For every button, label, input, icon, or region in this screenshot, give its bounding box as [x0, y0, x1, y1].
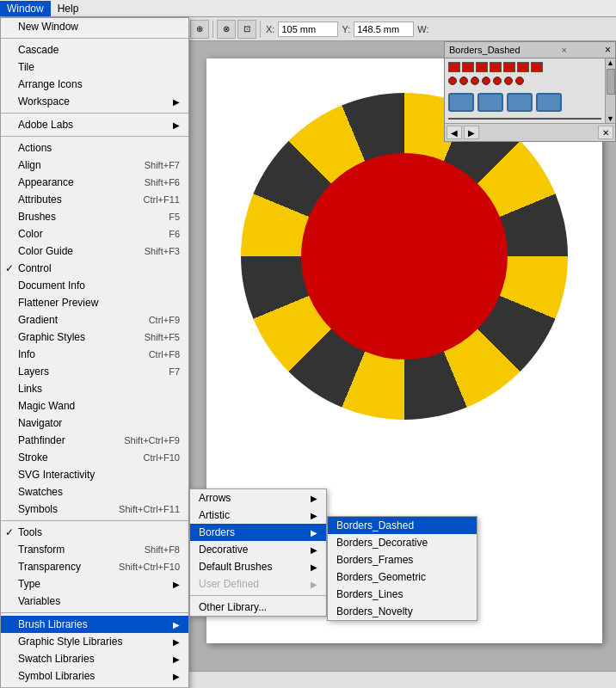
menu-actions[interactable]: Actions [1, 139, 188, 157]
menu-attributes-shortcut: Ctrl+F11 [144, 194, 181, 205]
menu-arrange-icons[interactable]: Arrange Icons [1, 76, 188, 93]
menu-document-info[interactable]: Document Info [1, 277, 188, 294]
submenu-decorative[interactable]: Decorative ▶ [190, 541, 326, 558]
swatch-blue-4[interactable] [536, 93, 562, 112]
menu-workspace-label: Workspace [18, 95, 70, 108]
swatch-blue-1[interactable] [448, 93, 474, 112]
borders-lines[interactable]: Borders_Lines [328, 586, 477, 603]
menu-type[interactable]: Type ▶ [1, 575, 188, 593]
scroll-down[interactable]: ▼ [606, 114, 615, 123]
menu-swatches[interactable]: Swatches [1, 483, 188, 501]
submenu-default-brushes[interactable]: Default Brushes ▶ [190, 558, 326, 575]
swatch-4[interactable] [490, 62, 502, 72]
submenu-other-library[interactable]: Other Library... [190, 599, 326, 616]
menu-flattener-preview[interactable]: Flattener Preview [1, 294, 188, 311]
scroll-up[interactable]: ▲ [606, 58, 615, 67]
menu-symbol-libraries-label: Symbol Libraries [18, 670, 95, 682]
menu-brush-libraries[interactable]: Brush Libraries ▶ [1, 616, 188, 633]
panel-btn-left[interactable]: ◀ [447, 126, 462, 139]
swatch-6[interactable] [517, 62, 529, 72]
toolbar-btn-10[interactable]: ⊡ [237, 20, 256, 39]
toolbar-btn-9[interactable]: ⊗ [217, 20, 236, 39]
y-input[interactable] [354, 22, 414, 37]
menu-pathfinder[interactable]: Pathfinder Shift+Ctrl+F9 [1, 432, 188, 449]
borders-decorative-label: Borders_Decorative [336, 537, 428, 549]
menu-layers[interactable]: Layers F7 [1, 363, 188, 380]
swatch-dot-6[interactable] [504, 77, 513, 85]
toolbar-btn-8[interactable]: ⊕ [190, 20, 209, 39]
menu-adobe-labs[interactable]: Adobe Labs ▶ [1, 116, 188, 133]
menu-navigator[interactable]: Navigator [1, 415, 188, 432]
swatch-checker[interactable] [448, 118, 601, 120]
swatch-blue-2[interactable] [477, 93, 503, 112]
menu-workspace[interactable]: Workspace ▶ [1, 93, 188, 110]
menu-appearance[interactable]: Appearance Shift+F6 [1, 174, 188, 191]
toolbar-sep-5 [260, 21, 261, 38]
swatch-dot-5[interactable] [493, 77, 502, 85]
menubar-window[interactable]: Window [0, 1, 51, 16]
borders-decorative[interactable]: Borders_Decorative [328, 534, 477, 551]
menubar-help[interactable]: Help [51, 1, 86, 16]
menu-symbols[interactable]: Symbols Shift+Ctrl+F11 [1, 501, 188, 518]
scroll-thumb[interactable] [607, 69, 615, 95]
swatch-dot-3[interactable] [471, 77, 479, 85]
menu-color[interactable]: Color F6 [1, 225, 188, 243]
panel-scrollbar[interactable]: ▲ ▼ [605, 58, 615, 123]
submenu-borders[interactable]: Borders ▶ [190, 524, 326, 541]
submenu-artistic[interactable]: Artistic ▶ [190, 507, 326, 524]
menu-transform-shortcut: Shift+F8 [145, 544, 180, 555]
menu-magic-wand[interactable]: Magic Wand [1, 397, 188, 415]
menu-layers-shortcut: F7 [169, 366, 180, 377]
menu-graphic-styles-shortcut: Shift+F5 [145, 332, 180, 342]
borders-geometric[interactable]: Borders_Geometric [328, 568, 477, 586]
menu-gradient[interactable]: Gradient Ctrl+F9 [1, 311, 188, 329]
menu-attributes[interactable]: Attributes Ctrl+F11 [1, 191, 188, 208]
swatch-7[interactable] [531, 62, 543, 72]
menu-transparency[interactable]: Transparency Shift+Ctrl+F10 [1, 558, 188, 575]
workspace-arrow: ▶ [173, 97, 180, 107]
menu-svg-interactivity[interactable]: SVG Interactivity [1, 466, 188, 483]
x-label: X: [266, 24, 274, 34]
menu-graphic-style-libraries-label: Graphic Style Libraries [18, 636, 122, 648]
menu-new-window[interactable]: New Window [1, 18, 188, 35]
menu-graphic-styles[interactable]: Graphic Styles Shift+F5 [1, 329, 188, 346]
menu-cascade[interactable]: Cascade [1, 41, 188, 58]
menu-graphic-style-libraries[interactable]: Graphic Style Libraries ▶ [1, 633, 188, 650]
swatch-blue-3[interactable] [507, 93, 533, 112]
swatch-dot-2[interactable] [459, 77, 468, 85]
borders-arrow: ▶ [311, 528, 317, 538]
panel-btn-play[interactable]: ▶ [464, 126, 479, 139]
menu-tools[interactable]: Tools [1, 524, 188, 541]
menu-info-label: Info [18, 348, 35, 360]
brush-libraries-submenu: Arrows ▶ Artistic ▶ Borders ▶ Decorative… [189, 488, 327, 617]
swatch-2[interactable] [462, 62, 474, 72]
x-input[interactable] [278, 22, 338, 37]
panel-btn-delete[interactable]: ✕ [598, 126, 613, 139]
borders-dashed[interactable]: Borders_Dashed [328, 517, 477, 534]
menu-swatch-libraries[interactable]: Swatch Libraries ▶ [1, 650, 188, 667]
menu-stroke[interactable]: Stroke Ctrl+F10 [1, 449, 188, 466]
menu-transform[interactable]: Transform Shift+F8 [1, 541, 188, 558]
menu-align[interactable]: Align Shift+F7 [1, 157, 188, 174]
menu-links[interactable]: Links [1, 380, 188, 397]
menu-brushes[interactable]: Brushes F5 [1, 208, 188, 225]
menu-control[interactable]: Control [1, 260, 188, 277]
menu-symbol-libraries[interactable]: Symbol Libraries ▶ [1, 667, 188, 685]
swatch-1[interactable] [448, 62, 460, 72]
borders-novelty[interactable]: Borders_Novelty [328, 603, 477, 620]
menu-color-guide[interactable]: Color Guide Shift+F3 [1, 243, 188, 260]
swatch-dot-7[interactable] [515, 77, 524, 85]
swatch-dot-1[interactable] [448, 77, 457, 85]
swatch-5[interactable] [503, 62, 515, 72]
menu-tile[interactable]: Tile [1, 58, 188, 76]
menu-actions-label: Actions [18, 142, 52, 154]
submenu-arrows[interactable]: Arrows ▶ [190, 489, 326, 507]
menu-variables[interactable]: Variables [1, 593, 188, 610]
swatch-3[interactable] [476, 62, 488, 72]
borders-frames[interactable]: Borders_Frames [328, 551, 477, 568]
menu-info[interactable]: Info Ctrl+F8 [1, 346, 188, 363]
brush-panel-inner: ▲ ▼ [445, 58, 615, 123]
menu-align-label: Align [18, 159, 41, 171]
swatch-dot-4[interactable] [482, 77, 490, 85]
brush-panel-close[interactable]: × [605, 44, 611, 56]
